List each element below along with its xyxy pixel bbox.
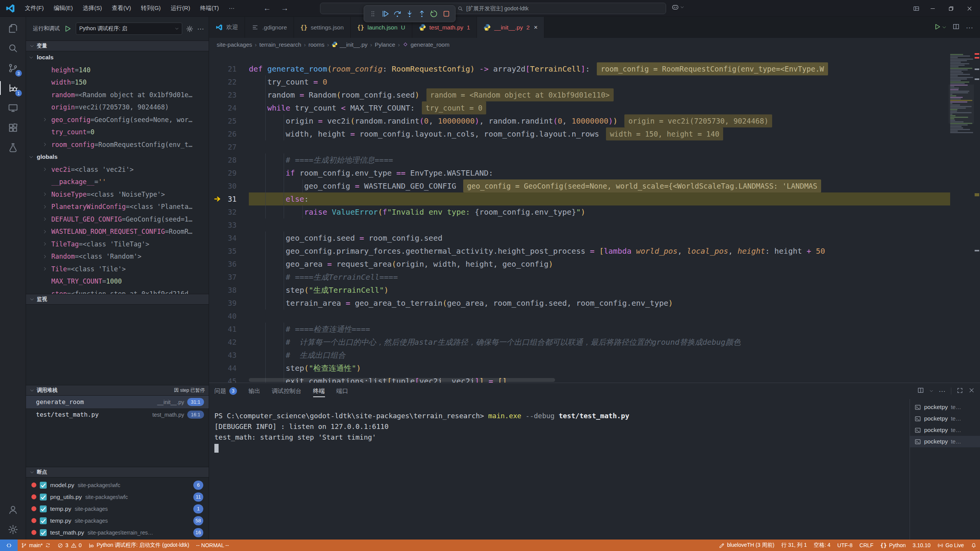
- statusbar-notifications[interactable]: [967, 540, 980, 551]
- breakpoint-row[interactable]: temp.pysite-packages58: [26, 515, 209, 527]
- code-line-32[interactable]: 32 raise ValueError(f"Invalid env type: …: [209, 205, 950, 218]
- breakpoint-checkbox[interactable]: [40, 505, 47, 512]
- code-line-24[interactable]: 24 while try_count < MAX_TRY_COUNT:try_c…: [209, 101, 950, 114]
- activity-remote-explorer[interactable]: [0, 98, 26, 118]
- statusbar-problems[interactable]: 30: [54, 540, 85, 551]
- statusbar-vim-mode[interactable]: -- NORMAL --: [193, 540, 232, 551]
- code-line-37[interactable]: 37 # ====生成TerrainCell====: [209, 271, 950, 284]
- go-forward-button[interactable]: →: [281, 4, 289, 13]
- variable-row[interactable]: height = 140: [26, 64, 209, 77]
- tab-__init__.py[interactable]: __init__.py2×: [477, 17, 545, 38]
- start-debug-button[interactable]: [64, 24, 72, 33]
- variable-row[interactable]: MAX_TRY_COUNT = 1000: [26, 275, 209, 288]
- stop-button[interactable]: [441, 9, 451, 19]
- code-line-43[interactable]: 43 # 生成出口组合: [209, 349, 950, 362]
- breadcrumb-item[interactable]: Pylance: [375, 41, 395, 48]
- code-line-26[interactable]: 26 width, height = room_config.layout.n_…: [209, 127, 950, 140]
- variable-row[interactable]: try_count = 0: [26, 126, 209, 139]
- maximize-panel-button[interactable]: [957, 387, 963, 395]
- code-line-28[interactable]: 28 # ====生成初始地理信息====: [209, 153, 950, 166]
- terminal-session[interactable]: pocketpyte…: [910, 401, 980, 413]
- stack-frame[interactable]: generate_room__init__.py31:1: [26, 396, 209, 408]
- code-line-44[interactable]: 44 step("检查连通性"): [209, 362, 950, 375]
- activity-run-and-debug[interactable]: 1: [0, 78, 26, 98]
- menu-more[interactable]: ···: [225, 3, 239, 13]
- close-icon[interactable]: ×: [534, 24, 538, 31]
- code-line-41[interactable]: 41 # ====检查连通性====: [209, 323, 950, 336]
- step-out-button[interactable]: [417, 9, 427, 19]
- statusbar-go-live[interactable]: Go Live: [934, 540, 967, 551]
- window-minimize-button[interactable]: [924, 0, 941, 17]
- statusbar-encoding[interactable]: UTF-8: [834, 540, 856, 551]
- debug-config-dropdown[interactable]: Python 调试程序: 启: [76, 23, 182, 35]
- variable-row[interactable]: __package__ = '': [26, 176, 209, 188]
- call-stack-pane-header[interactable]: 调用堆栈 因 step 已暂停: [26, 385, 209, 396]
- horizontal-scrollbar[interactable]: [249, 378, 555, 382]
- tab-settings.json[interactable]: {}settings.json: [294, 17, 351, 38]
- panel-tab-调试控制台[interactable]: 调试控制台: [272, 383, 302, 399]
- statusbar-eol[interactable]: CRLF: [856, 540, 877, 551]
- statusbar-debug-session[interactable]: Python 调试程序: 启动文件 (godot-ldtk): [85, 540, 193, 551]
- breakpoint-checkbox[interactable]: [40, 482, 47, 489]
- toggle-sidebar-right-button[interactable]: [895, 3, 908, 14]
- variable-row[interactable]: Random = <class 'Random'>: [26, 250, 209, 263]
- panel-tab-问题[interactable]: 问题3: [214, 383, 237, 399]
- code-line-30[interactable]: 30 geo_config = WASTELAND_GEO_CONFIGgeo_…: [209, 179, 950, 192]
- variable-row[interactable]: TileTag = <class 'TileTag'>: [26, 238, 209, 251]
- statusbar-language-mode[interactable]: {}Python: [877, 540, 909, 551]
- more-actions-icon[interactable]: ···: [966, 23, 973, 32]
- breakpoints-pane-header[interactable]: 断点: [26, 467, 209, 478]
- step-into-button[interactable]: [405, 9, 415, 19]
- breakpoint-row[interactable]: model.pysite-packages\wfc6: [26, 479, 209, 491]
- activity-testing[interactable]: [0, 138, 26, 158]
- window-restore-button[interactable]: [942, 0, 959, 17]
- statusbar-git-branch[interactable]: main*: [18, 540, 54, 551]
- breakpoint-row[interactable]: test_math.pysite-packages\terrain_res…16: [26, 527, 209, 538]
- code-line-22[interactable]: 22 try_count = 0: [209, 75, 950, 88]
- activity-extensions[interactable]: [0, 118, 26, 138]
- more-actions-icon[interactable]: ···: [939, 387, 946, 395]
- activity-accounts[interactable]: [0, 500, 26, 520]
- code-line-39[interactable]: 39 terrain_area = geo_area_to_terrain(ge…: [209, 297, 950, 310]
- minimap[interactable]: [950, 54, 972, 134]
- chevron-down-icon[interactable]: [929, 388, 933, 395]
- gear-icon[interactable]: [186, 25, 193, 33]
- run-python-file-button[interactable]: [934, 23, 941, 32]
- variables-group-locals[interactable]: locals: [26, 51, 209, 64]
- variable-row[interactable]: PlanetaryWindConfig = <class 'Planeta…: [26, 201, 209, 213]
- toggle-panel-button[interactable]: [880, 3, 893, 14]
- terminal-session[interactable]: pocketpyte…: [910, 424, 980, 436]
- breakpoint-checkbox[interactable]: [40, 529, 47, 536]
- variable-row[interactable]: step = <function step at 0x1bf9cd216d: [26, 288, 209, 294]
- variables-pane-header[interactable]: 变量: [26, 41, 209, 51]
- code-line-33[interactable]: 33: [209, 218, 950, 231]
- menu-item[interactable]: 文件(F): [21, 3, 48, 13]
- close-panel-button[interactable]: [969, 387, 975, 395]
- menu-item[interactable]: 终端(T): [196, 3, 223, 13]
- activity-explorer[interactable]: [0, 18, 26, 38]
- activity-source-control[interactable]: 3: [0, 58, 26, 78]
- breadcrumb-item[interactable]: rooms: [309, 41, 325, 48]
- window-close-button[interactable]: [961, 0, 978, 17]
- copilot-menu[interactable]: [671, 3, 684, 11]
- code-editor[interactable]: 21def generate_room(room_config: RoomReq…: [209, 51, 980, 383]
- go-back-button[interactable]: ←: [263, 4, 271, 13]
- breakpoint-checkbox[interactable]: [40, 494, 47, 500]
- variable-row[interactable]: Tile = <class 'Tile'>: [26, 263, 209, 276]
- variable-row[interactable]: WASTELAND_ROOM_REQUEST_CONFIG = RoomR…: [26, 225, 209, 238]
- variable-row[interactable]: origin = vec2i(7205730, 9024468): [26, 101, 209, 114]
- statusbar-remote[interactable]: [0, 540, 18, 551]
- code-line-29[interactable]: 29 if room_config.env_type == EnvType.WA…: [209, 166, 950, 179]
- breakpoint-checkbox[interactable]: [40, 517, 47, 524]
- stack-frame[interactable]: test/test_math.pytest_math.py16:1: [26, 408, 209, 421]
- variable-row[interactable]: geo_config = GeoConfig(seed=None, wor…: [26, 114, 209, 126]
- toggle-sidebar-left-button[interactable]: [866, 3, 879, 14]
- variable-row[interactable]: random = <Random object at 0x1bf9d01e…: [26, 89, 209, 101]
- variable-row[interactable]: vec2i = <class 'vec2i'>: [26, 163, 209, 176]
- code-line-31[interactable]: 31 else:: [209, 192, 950, 205]
- tab-.gdignore[interactable]: .gdignore: [245, 17, 294, 38]
- activity-manage-gear[interactable]: [0, 520, 26, 540]
- terminal-session[interactable]: pocketpyte…: [910, 413, 980, 424]
- statusbar-git-blame[interactable]: blueloveTH (3 周前): [715, 540, 778, 551]
- panel-tab-端口[interactable]: 端口: [336, 383, 348, 399]
